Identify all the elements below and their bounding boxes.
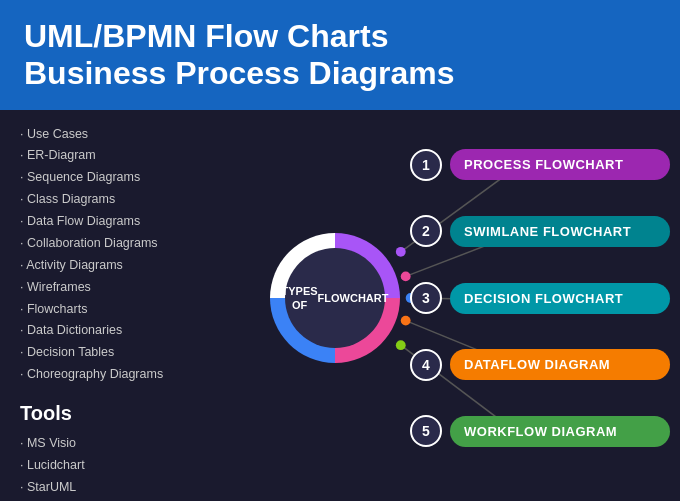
item-label-2: SWIMLANE FLOWCHART [450,216,670,247]
list-item: Activity Diagrams [20,255,220,277]
item-number-5: 5 [410,415,442,447]
flowchart-item-4: 4 DATAFLOW DIAGRAM [410,349,670,381]
list-item: StarUML [20,477,220,499]
item-label-4: DATAFLOW DIAGRAM [450,349,670,380]
svg-point-5 [396,246,406,256]
list-item: Flowcharts [20,299,220,321]
list-item: Collaboration Diagrams [20,233,220,255]
header-title: UML/BPMN Flow Charts Business Process Di… [24,18,656,92]
list-item: Lucidchart [20,455,220,477]
diagram-panel: TYPES OF FLOWCHART 1 PROCESS FLOWCHART 2… [220,124,670,473]
main-content: Use Cases ER-Diagram Sequence Diagrams C… [0,110,680,483]
center-circle: TYPES OF FLOWCHART [270,233,400,363]
list-item: Data Flow Diagrams [20,211,220,233]
flowchart-items: 1 PROCESS FLOWCHART 2 SWIMLANE FLOWCHART… [410,124,670,473]
svg-point-9 [396,340,406,350]
list-item: MS Visio [20,433,220,455]
list-item: Data Dictionaries [20,320,220,342]
item-number-2: 2 [410,215,442,247]
list-item: ER-Diagram [20,145,220,167]
list-item: Decision Tables [20,342,220,364]
item-label-1: PROCESS FLOWCHART [450,149,670,180]
item-label-5: WORKFLOW DIAGRAM [450,416,670,447]
flowchart-item-1: 1 PROCESS FLOWCHART [410,149,670,181]
item-number-1: 1 [410,149,442,181]
tools-list: MS Visio Lucidchart StarUML Visual Parad… [20,433,220,501]
item-label-3: DECISION FLOWCHART [450,283,670,314]
item-number-3: 3 [410,282,442,314]
flowchart-item-2: 2 SWIMLANE FLOWCHART [410,215,670,247]
item-number-4: 4 [410,349,442,381]
list-item: Choreography Diagrams [20,364,220,386]
list-item: Sequence Diagrams [20,167,220,189]
list-item: Use Cases [20,124,220,146]
tools-title: Tools [20,396,220,431]
list-item: Wireframes [20,277,220,299]
left-panel: Use Cases ER-Diagram Sequence Diagrams C… [20,124,220,473]
header: UML/BPMN Flow Charts Business Process Di… [0,0,680,110]
items-list: Use Cases ER-Diagram Sequence Diagrams C… [20,124,220,387]
flowchart-item-3: 3 DECISION FLOWCHART [410,282,670,314]
center-circle-text: TYPES OF FLOWCHART [285,248,385,348]
flowchart-item-5: 5 WORKFLOW DIAGRAM [410,415,670,447]
list-item: Class Diagrams [20,189,220,211]
